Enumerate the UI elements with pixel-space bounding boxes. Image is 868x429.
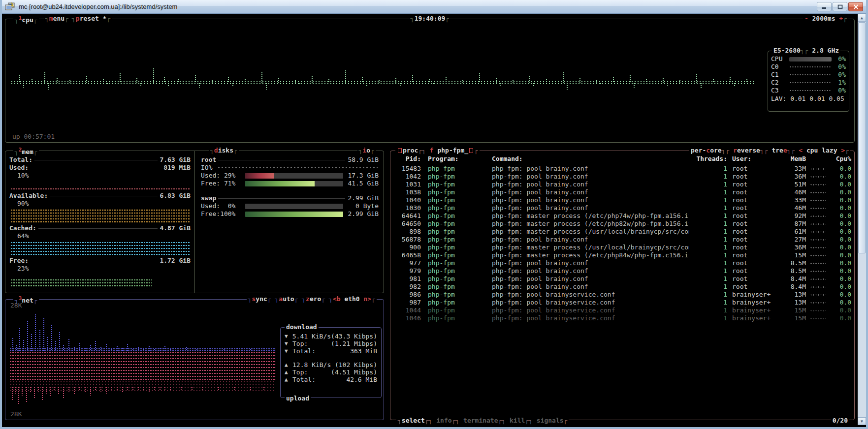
process-cpu-graph — [806, 204, 828, 212]
cpu-usage-graph — [10, 24, 846, 125]
update-interval-control[interactable]: - 2000ms +┌ — [803, 15, 848, 22]
process-row[interactable]: 981 php-fpm php-fpm: pool brainy.conf 1 … — [393, 275, 851, 283]
disk-used-row: Used: 29%17.3 GiB — [201, 172, 379, 180]
mem-available-graph — [10, 209, 190, 223]
process-row[interactable]: 1044 php-fpm php-fpm: pool brainyservice… — [393, 306, 851, 314]
scroll-up-icon[interactable]: ▲ — [858, 14, 866, 22]
download-label: download — [285, 323, 319, 331]
cpu-core-row: C00% — [771, 63, 846, 71]
download-arrow-icon: ▼ — [285, 333, 292, 340]
process-cpu-graph — [806, 283, 828, 291]
disk-io-row: IO% — [201, 164, 379, 172]
process-row[interactable]: 64650 php-fpm php-fpm: master process (/… — [393, 220, 851, 228]
window-title: mc [root@ub24.itdeveloper.com.ua]:/lib/s… — [19, 3, 817, 10]
preset-button[interactable]: ┐preset *┌ — [70, 15, 112, 22]
load-average: LAV: 0.01 0.01 0.05 — [771, 94, 846, 103]
proc-footer: ┐select┌┐ info┌┐ terminate┌┐ kill┌┐ sign… — [396, 417, 569, 424]
terminate-button[interactable]: terminate — [463, 417, 498, 424]
signals-button[interactable]: signals — [537, 417, 564, 424]
menu-button[interactable]: ┐menu┌ — [44, 15, 70, 22]
per-core-toggle[interactable]: per-core┐┌ — [691, 147, 729, 154]
disk-free-row: Free: 71%41.5 GiB — [201, 180, 379, 187]
process-cpu-graph — [806, 299, 828, 306]
process-cpu-graph — [806, 314, 828, 322]
process-row[interactable]: 898 php-fpm php-fpm: master process (/us… — [393, 228, 851, 236]
process-row[interactable]: 56878 php-fpm php-fpm: pool brainy.conf … — [393, 236, 851, 244]
process-row[interactable]: 987 php-fpm php-fpm: pool brainyservice.… — [393, 299, 851, 306]
cpu-total-row: CPU 0% — [771, 55, 846, 63]
io-graph — [217, 167, 378, 169]
scrollbar-thumb[interactable] — [858, 22, 866, 253]
proc-superscript-icon — [398, 148, 402, 153]
scrollbar-track[interactable] — [858, 254, 866, 417]
interval-plus-button[interactable]: + — [839, 15, 843, 22]
kill-button[interactable]: kill — [510, 417, 525, 424]
disk-free-meter — [245, 212, 343, 217]
mem-used-graph — [10, 187, 190, 191]
process-cpu-graph — [806, 173, 828, 181]
upload-graph-band — [9, 351, 276, 380]
net-controls: ┐sync┌ ┐auto┌ ┐zero┌ ┐<b eth0 n>┌ — [247, 295, 377, 303]
reverse-toggle[interactable]: reverse┐┌ — [733, 147, 768, 154]
process-cpu-graph — [806, 251, 828, 259]
process-row[interactable]: 1038 php-fpm php-fpm: pool brainy.conf 1… — [393, 188, 851, 196]
process-row[interactable]: 986 php-fpm php-fpm: pool brainyservice.… — [393, 291, 851, 299]
auto-toggle[interactable]: ┐auto┌ — [275, 295, 298, 303]
scroll-down-icon[interactable]: ▼ — [858, 417, 866, 425]
filter-input[interactable]: f php-fpm_┌ — [430, 147, 478, 154]
disk-name-row: swap2.99 GiB — [201, 194, 379, 202]
maximize-button[interactable] — [833, 2, 847, 11]
cpu-info-panel: E5-2680┐┌ 2.8 GHz CPU 0% C00% C10% C21% — [768, 51, 849, 112]
disk-used-meter — [245, 173, 343, 179]
sort-prev-icon[interactable]: < — [799, 147, 803, 154]
process-row[interactable]: 982 php-fpm php-fpm: pool brainy.conf 1 … — [393, 283, 851, 291]
interval-minus-button[interactable]: - — [804, 15, 808, 22]
mem-available-percent: 90% — [9, 200, 191, 208]
process-row[interactable]: 979 php-fpm php-fpm: pool brainy.conf 1 … — [393, 267, 851, 275]
core-graph — [789, 82, 832, 84]
select-button[interactable]: select — [402, 417, 425, 424]
process-row[interactable]: 1042 php-fpm php-fpm: pool brainy.conf 1… — [393, 173, 851, 181]
mem-used-percent: 10% — [9, 172, 191, 180]
mem-cached-row: Cached:4.87 GiB — [9, 224, 191, 232]
sync-toggle[interactable]: ┐sync┌ — [248, 295, 271, 303]
titlebar[interactable]: mc [root@ub24.itdeveloper.com.ua]:/lib/s… — [2, 0, 866, 14]
process-row[interactable]: 15483 php-fpm php-fpm: pool brainy.conf … — [393, 165, 851, 173]
scrollbar[interactable]: ▲ ▼ — [858, 14, 866, 425]
download-top-row: ▼Top:(1.21 Mibps) — [285, 340, 377, 347]
mem-total-row: Total:7.63 GiB — [9, 156, 191, 164]
mem-available-row: Available:6.83 GiB — [9, 192, 191, 200]
minimize-button[interactable] — [817, 2, 832, 11]
core-graph — [789, 74, 832, 76]
sort-selector[interactable]: < cpu lazy >┌ — [799, 147, 849, 154]
process-row[interactable]: 64641 php-fpm php-fpm: master process (/… — [393, 212, 851, 220]
proc-table-header: Pid: Program: Command: Threads: User: Me… — [393, 155, 851, 163]
process-row[interactable]: 977 php-fpm php-fpm: pool brainy.conf 1 … — [393, 259, 851, 267]
process-row[interactable]: 1031 php-fpm php-fpm: pool brainy.conf 1… — [393, 181, 851, 188]
net-box: ┐3net┌ ┐sync┌ ┐auto┌ ┐zero┌ ┐<b eth0 n>┌… — [5, 299, 384, 420]
proc-header-right: per-core┐┌ reverse┐┌ tree┐┌ < cpu lazy >… — [689, 147, 850, 154]
io-mode-button[interactable]: ┐io┌ — [357, 147, 376, 154]
interface-name: eth0 — [344, 295, 359, 303]
process-row[interactable]: 1030 php-fpm php-fpm: pool brainy.conf 1… — [393, 204, 851, 212]
upload-arrow-icon: ▲ — [285, 361, 292, 368]
download-total-row: ▼Total:363 MiB — [285, 347, 377, 355]
process-row[interactable]: 900 php-fpm php-fpm: master process (/us… — [393, 244, 851, 251]
info-button[interactable]: info — [436, 417, 451, 424]
mem-cached-percent: 64% — [9, 232, 191, 240]
process-row[interactable]: 1040 php-fpm php-fpm: pool brainy.conf 1… — [393, 196, 851, 204]
close-button[interactable] — [848, 2, 863, 11]
process-row[interactable]: 1046 php-fpm php-fpm: pool brainyservice… — [393, 314, 851, 322]
process-cpu-graph — [806, 267, 828, 275]
sort-next-icon[interactable]: > — [841, 147, 845, 154]
next-interface-button[interactable]: n> — [364, 295, 372, 303]
zero-toggle[interactable]: ┐zero┌ — [302, 295, 325, 303]
process-row[interactable]: 64658 php-fpm php-fpm: master process (/… — [393, 251, 851, 259]
tree-toggle[interactable]: tree┐┌ — [772, 147, 795, 154]
interface-switcher[interactable]: ┐<b eth0 n>┌ — [329, 295, 375, 303]
mem-box: ┐2mem┌ Total:7.63 GiB Used:819 MiB 10% A… — [5, 151, 384, 293]
disk-free-meter — [245, 181, 343, 186]
prev-interface-button[interactable]: <b — [333, 295, 341, 303]
proc-header-left: proc┌┐ f php-fpm_┌ — [395, 147, 480, 154]
cpu-box-title: ┐1cpu┌ — [13, 15, 39, 24]
